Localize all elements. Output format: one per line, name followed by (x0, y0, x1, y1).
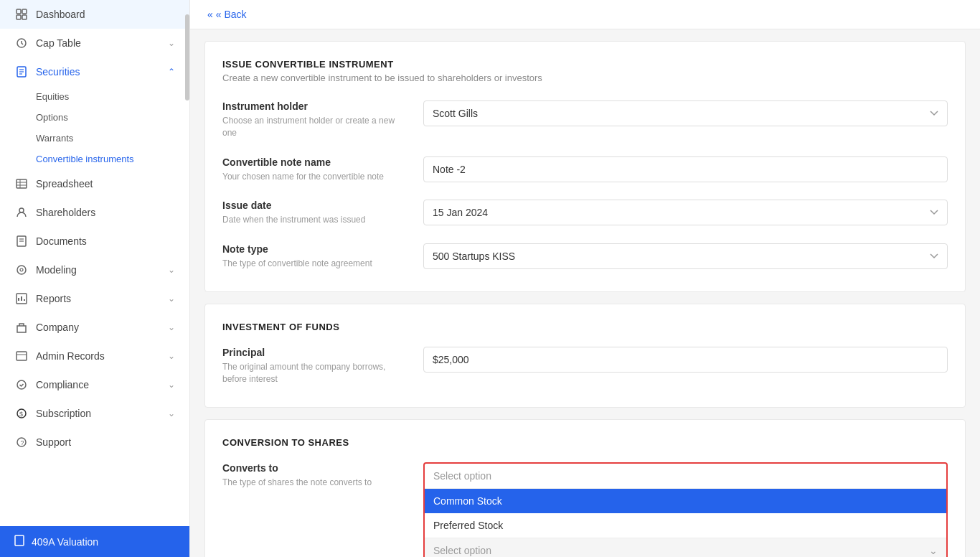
back-button[interactable]: « Back (207, 9, 247, 20)
converts-to-label-group: Converts to The type of shares the note … (222, 462, 423, 489)
sidebar-item-reports[interactable]: Reports ⌄ (0, 284, 189, 313)
sidebar-item-modeling-label: Modeling (36, 264, 168, 276)
admin-icon (14, 349, 29, 363)
conversion-section: CONVERSION TO SHARES Converts to The typ… (204, 419, 966, 557)
409a-icon (14, 535, 24, 548)
instrument-holder-control: Scott Gills (423, 100, 948, 126)
converts-to-placeholder: Select option (425, 464, 946, 489)
documents-icon (14, 234, 29, 248)
sidebar-sub-item-convertible-instruments[interactable]: Convertible instruments (0, 149, 189, 169)
svg-rect-24 (17, 352, 27, 360)
sidebar-item-409a[interactable]: 409A Valuation (0, 526, 189, 557)
spreadsheet-icon (14, 177, 29, 191)
conversion-section-title: CONVERSION TO SHARES (222, 437, 948, 448)
sidebar-item-dashboard-label: Dashboard (36, 9, 175, 20)
sidebar-item-support[interactable]: ? Support (0, 428, 189, 457)
issue-date-label: Issue date (222, 200, 409, 211)
investment-section-title: INVESTMENT OF FUNDS (222, 322, 948, 332)
svg-rect-0 (17, 9, 21, 14)
409a-label: 409A Valuation (32, 536, 98, 548)
sidebar-item-cap-table-label: Cap Table (36, 37, 168, 49)
modeling-icon (14, 263, 29, 277)
sidebar-item-securities[interactable]: Securities ⌃ (0, 57, 189, 86)
compliance-icon (14, 378, 29, 392)
svg-text:$: $ (19, 411, 23, 418)
issue-date-hint: Date when the instrument was issued (222, 214, 409, 226)
chevron-down-icon: ⌄ (168, 38, 175, 48)
sidebar-item-subscription[interactable]: $ Subscription ⌄ (0, 399, 189, 428)
svg-point-26 (17, 380, 26, 389)
sidebar-item-company[interactable]: Company ⌄ (0, 313, 189, 342)
chevron-down-icon-7: ⌄ (168, 408, 175, 418)
converts-to-label: Converts to (222, 462, 409, 474)
svg-point-13 (19, 208, 24, 212)
instrument-holder-row: Instrument holder Choose an instrument h… (222, 100, 948, 139)
note-name-row: Convertible note name Your chosen name f… (222, 156, 948, 183)
dashboard-icon (14, 7, 29, 22)
note-name-input[interactable] (423, 156, 948, 182)
svg-text:?: ? (21, 439, 24, 446)
svg-rect-23 (17, 326, 26, 332)
scroll-handle[interactable] (185, 14, 189, 100)
principal-input[interactable] (423, 347, 948, 373)
converts-to-option-preferred[interactable]: Preferred Stock (425, 513, 946, 538)
sidebar-item-cap-table[interactable]: Cap Table ⌄ (0, 29, 189, 57)
chevron-down-icon-2: ⌄ (168, 265, 175, 275)
reports-icon (14, 291, 29, 306)
instrument-holder-select[interactable]: Scott Gills (423, 100, 948, 126)
principal-control (423, 347, 948, 373)
issue-date-select[interactable]: 15 Jan 2024 (423, 200, 948, 225)
chevron-down-icon-6: ⌄ (168, 380, 175, 390)
converts-to-second-select[interactable]: Select option ⌄ (425, 538, 946, 557)
sidebar-sub-item-warrants[interactable]: Warrants (0, 128, 189, 149)
svg-point-17 (17, 266, 26, 274)
svg-point-18 (20, 268, 23, 271)
sidebar-item-documents-label: Documents (36, 235, 175, 247)
issue-section-subtitle: Create a new convertible instrument to b… (222, 72, 948, 83)
note-name-hint: Your chosen name for the convertible not… (222, 171, 409, 183)
sidebar-sub-item-options[interactable]: Options (0, 107, 189, 128)
sidebar-item-spreadsheet[interactable]: Spreadsheet (0, 169, 189, 198)
sidebar-item-shareholders[interactable]: Shareholders (0, 198, 189, 227)
issue-date-control: 15 Jan 2024 (423, 200, 948, 225)
issue-date-label-group: Issue date Date when the instrument was … (222, 200, 423, 226)
note-type-label-group: Note type The type of convertible note a… (222, 243, 423, 270)
svg-rect-31 (15, 535, 24, 546)
sidebar-sub-item-equities[interactable]: Equities (0, 86, 189, 107)
svg-rect-2 (17, 15, 21, 19)
converts-to-second-placeholder: Select option (433, 545, 491, 556)
instrument-holder-hint: Choose an instrument holder or create a … (222, 115, 409, 139)
sidebar-item-dashboard[interactable]: Dashboard (0, 0, 189, 29)
converts-to-dropdown-container: Select option Common Stock Preferred Sto… (423, 462, 948, 557)
converts-to-row: Converts to The type of shares the note … (222, 462, 948, 557)
sidebar-item-support-label: Support (36, 436, 175, 448)
principal-hint: The original amount the company borrows,… (222, 361, 409, 385)
securities-icon (14, 65, 29, 79)
note-type-label: Note type (222, 243, 409, 255)
sidebar-item-admin-records[interactable]: Admin Records ⌄ (0, 342, 189, 370)
svg-rect-1 (22, 9, 27, 14)
note-type-hint: The type of convertible note agreement (222, 258, 409, 270)
converts-to-hint: The type of shares the note converts to (222, 477, 409, 489)
shareholders-icon (14, 205, 29, 220)
sidebar-item-compliance-label: Compliance (36, 379, 168, 390)
sidebar-item-reports-label: Reports (36, 293, 168, 304)
sidebar-item-documents[interactable]: Documents (0, 227, 189, 256)
note-type-select[interactable]: 500 Startups KISS (423, 243, 948, 269)
subscription-icon: $ (14, 406, 29, 421)
converts-to-option-common[interactable]: Common Stock (425, 489, 946, 513)
sidebar: Dashboard Cap Table ⌄ Securities ⌃ Equit… (0, 0, 190, 557)
sidebar-item-compliance[interactable]: Compliance ⌄ (0, 370, 189, 399)
sidebar-item-company-label: Company (36, 322, 168, 333)
chevron-down-icon-3: ⌄ (168, 294, 175, 304)
principal-label-group: Principal The original amount the compan… (222, 347, 423, 385)
chevron-up-icon: ⌃ (168, 67, 175, 77)
back-bar: « Back (190, 0, 980, 29)
note-type-control: 500 Startups KISS (423, 243, 948, 269)
support-icon: ? (14, 435, 29, 449)
instrument-holder-label-group: Instrument holder Choose an instrument h… (222, 100, 423, 139)
sidebar-item-modeling[interactable]: Modeling ⌄ (0, 256, 189, 284)
sidebar-item-shareholders-label: Shareholders (36, 207, 175, 218)
chevron-down-icon-4: ⌄ (168, 322, 175, 332)
note-name-label: Convertible note name (222, 156, 409, 168)
